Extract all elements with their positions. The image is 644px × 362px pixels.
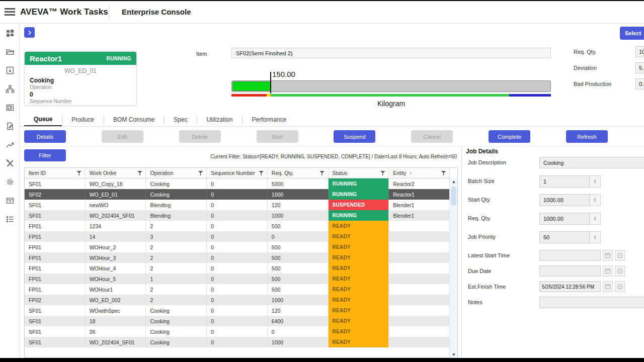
calendar-icon[interactable] — [603, 281, 613, 292]
field-input[interactable] — [539, 213, 590, 225]
filter-funnel-icon[interactable] — [320, 171, 325, 175]
field-input[interactable] — [539, 157, 644, 168]
list-icon[interactable] — [0, 210, 20, 228]
suspend-button[interactable]: Suspend — [334, 130, 375, 143]
table-row[interactable]: SF01WO_Copy_18Cooking05000RUNNINGReactor… — [25, 178, 450, 189]
filter-funnel-icon[interactable] — [198, 171, 203, 175]
cell-work-order: WOHour_4 — [86, 263, 146, 274]
cell-status: READY — [329, 305, 389, 316]
start-button[interactable]: Start — [257, 130, 298, 143]
table-row[interactable]: FP01WOHour120500READY — [25, 284, 450, 295]
edit-document-icon[interactable] — [0, 117, 20, 135]
field-input[interactable] — [539, 265, 601, 277]
spinner-buttons[interactable]: ▲▼ — [590, 213, 601, 225]
spinner-down-icon[interactable]: ▼ — [594, 182, 597, 184]
field-input[interactable] — [635, 62, 644, 73]
delete-button[interactable]: Delete — [179, 130, 221, 143]
filter-funnel-icon[interactable] — [137, 171, 142, 175]
sort-asc-icon: ↑ — [410, 170, 412, 176]
tab-spec[interactable]: Spec — [164, 113, 197, 127]
folder-icon[interactable] — [0, 42, 20, 61]
panel-divider — [461, 147, 462, 358]
clock-icon[interactable] — [615, 250, 625, 261]
filter-funnel-icon[interactable] — [380, 171, 385, 175]
scroll-up-icon[interactable]: ▲ — [450, 179, 458, 184]
spinner-buttons[interactable]: ▲▼ — [590, 231, 601, 243]
cell-item-id: FP01 — [25, 242, 86, 252]
tab-produce[interactable]: Produce — [62, 113, 104, 127]
filter-funnel-icon[interactable] — [77, 171, 82, 175]
tab-queue[interactable]: Queue — [24, 113, 62, 127]
table-row[interactable]: FP01WOHour_510500READY — [25, 274, 450, 284]
table-row[interactable]: FP01WOHour_320500READY — [25, 252, 450, 263]
equipment-icon[interactable] — [0, 98, 20, 117]
field-input[interactable] — [635, 46, 644, 57]
spinner-down-icon[interactable]: ▼ — [594, 219, 597, 221]
spinner-buttons[interactable]: ▲▼ — [590, 194, 601, 206]
clock-icon[interactable] — [615, 281, 625, 292]
tab-utilization[interactable]: Utilization — [197, 113, 242, 127]
field-input[interactable] — [635, 78, 644, 89]
tab-bom-consume[interactable]: BOM Consume — [104, 113, 164, 127]
cancel-button[interactable]: Cancel — [411, 130, 453, 143]
table-row[interactable]: SF02WO_ED_01Cooking01000RUNNINGReactor1 — [25, 189, 450, 200]
spinner-buttons[interactable]: ▲▼ — [590, 175, 601, 188]
spinner-down-icon[interactable]: ▼ — [594, 200, 597, 203]
gauge-segment — [271, 94, 509, 97]
entity-card[interactable]: Reactor1 RUNNING WO_ED_01 Cooking Operat… — [24, 51, 137, 106]
field-input[interactable] — [539, 281, 601, 292]
complete-button[interactable]: Complete — [489, 130, 530, 143]
cell-req-qty: 1000 — [268, 337, 329, 347]
table-row[interactable]: SF01WO_202404_SF01Blending01000RUNNINGBl… — [25, 210, 450, 221]
expand-panel-button[interactable] — [24, 27, 35, 38]
settings-icon[interactable] — [0, 172, 20, 191]
details-button[interactable]: Details — [24, 130, 66, 143]
menu-icon[interactable] — [5, 8, 15, 16]
table-row[interactable]: SF01WO_202404_SF01Cooking01000READY — [25, 337, 450, 347]
filter-button[interactable]: Filter — [24, 149, 66, 161]
table-row[interactable]: FP01WOHour_220500READY — [25, 242, 450, 252]
import-icon[interactable] — [0, 61, 20, 79]
item-input[interactable] — [231, 48, 551, 58]
table-row[interactable]: FP01WOHour_420500READY — [25, 263, 450, 274]
scroll-down-icon[interactable]: ▼ — [450, 352, 458, 357]
table-row[interactable]: FP0114300READY — [25, 231, 450, 242]
cell-operation: Cooking — [146, 189, 207, 200]
table-row[interactable]: SF0118Cooking06400READY — [25, 316, 450, 326]
field-input[interactable] — [539, 175, 590, 188]
tools-icon[interactable] — [0, 154, 20, 172]
cell-operation: Cooking — [146, 326, 207, 337]
chevron-right-icon — [27, 30, 33, 36]
calendar-icon[interactable] — [603, 265, 613, 277]
field-input[interactable] — [539, 231, 590, 243]
field-input[interactable] — [539, 297, 644, 308]
cell-req-qty: 500 — [268, 263, 329, 274]
field-input-group — [539, 281, 625, 292]
hierarchy-icon[interactable] — [0, 79, 20, 98]
dashboard-icon[interactable] — [0, 24, 20, 42]
cell-req-qty: 500 — [268, 221, 329, 231]
table-scrollbar[interactable]: ▲ ▼ — [449, 178, 457, 358]
table-row[interactable]: FP02WO_ED_002201000READY — [25, 295, 450, 305]
filter-funnel-icon[interactable] — [441, 171, 446, 175]
spinner-down-icon[interactable]: ▼ — [594, 237, 597, 240]
cell-operation: Cooking — [146, 337, 207, 347]
refresh-button[interactable]: Refresh — [566, 130, 608, 143]
select-button[interactable]: Select — [620, 27, 644, 40]
tab-performance[interactable]: Performance — [242, 113, 296, 127]
scrollbar-thumb[interactable] — [451, 187, 456, 206]
filter-funnel-icon[interactable] — [259, 171, 264, 175]
calendar-icon[interactable] — [603, 250, 613, 261]
field-input[interactable] — [539, 250, 601, 261]
cell-req-qty: 6400 — [268, 316, 329, 326]
archive-icon[interactable] — [0, 191, 20, 210]
field-input[interactable] — [539, 194, 590, 206]
table-row[interactable]: SF0126Cooking00READY — [25, 326, 450, 337]
field-input-group — [539, 157, 644, 168]
edit-button[interactable]: Edit — [102, 130, 143, 143]
table-row[interactable]: SF01newWOBlending0120SUSPENDEDBlender1 — [25, 200, 450, 210]
table-row[interactable]: FP01123420500READY — [25, 221, 450, 231]
trend-icon[interactable] — [0, 135, 20, 154]
table-row[interactable]: SF01WOwithSpecCooking0120READY — [25, 305, 450, 316]
clock-icon[interactable] — [615, 265, 625, 277]
